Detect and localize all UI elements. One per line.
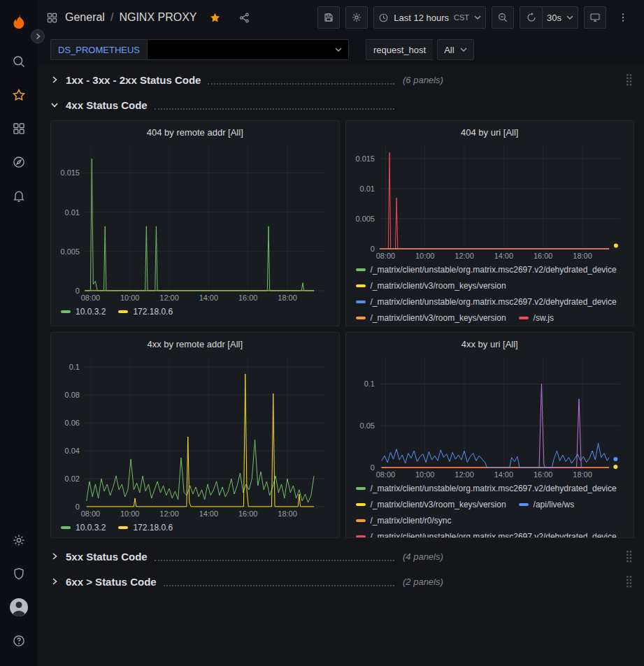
svg-text:18:00: 18:00 [278,294,296,302]
legend-item[interactable]: /_matrix/client/v3/room_keys/version [356,281,506,291]
legend-item[interactable]: /_matrix/client/r0/sync [356,516,452,526]
user-avatar[interactable] [0,591,38,624]
chevron-right-icon [50,75,66,84]
legend-item[interactable]: 172.18.0.6 [118,307,173,317]
row-dotted-leader [155,552,394,561]
legend-item[interactable]: /sw.js [519,313,554,323]
legend-swatch [356,487,366,490]
chevron-down-icon [474,15,481,20]
legend-label: /sw.js [534,313,554,323]
legend-label: /_matrix/client/v3/room_keys/version [371,500,506,509]
svg-text:0.01: 0.01 [359,184,374,193]
panel-title[interactable]: 404 by uri [All] [352,123,629,141]
time-range-picker[interactable]: Last 12 hours CST [373,6,486,29]
svg-text:18:00: 18:00 [573,252,592,260]
legend-row: 10.0.3.2172.18.0.6 [57,519,334,535]
panel-title[interactable]: 4xx by uri [All] [352,335,629,353]
legend-swatch [356,268,366,271]
refresh-interval-value: 30s [547,13,561,23]
svg-text:08:00: 08:00 [81,509,100,518]
svg-text:08:00: 08:00 [375,252,394,260]
server-admin-shield-icon[interactable] [0,557,38,591]
request-host-variable: request_host All [366,39,474,60]
breadcrumb-title[interactable]: NGINX PROXY [119,11,196,24]
legend-item[interactable]: 10.0.3.2 [61,307,106,317]
svg-text:10:00: 10:00 [415,252,434,260]
legend-item[interactable]: 172.18.0.6 [118,523,173,533]
legend-label: 10.0.3.2 [76,523,106,533]
svg-text:10:00: 10:00 [120,294,139,302]
legend-item[interactable]: /api/live/ws [519,500,575,509]
svg-text:0.1: 0.1 [69,363,80,371]
chevron-down-icon [566,15,573,20]
help-icon[interactable] [0,624,38,658]
grafana-app: General / NGINX PROXY [0,0,644,666]
alerting-bell-icon[interactable] [0,179,38,212]
legend-item[interactable]: /_matrix/client/unstable/org.matrix.msc2… [356,484,617,493]
favorite-star-icon[interactable] [204,6,227,29]
legend-row: 10.0.3.2172.18.0.6 [57,303,334,319]
row-dotted-leader [164,577,394,586]
row-6xx-status-code[interactable]: 6xx > Status Code (2 panels) [50,572,634,591]
legend-item[interactable]: /_matrix/client/unstable/org.matrix.msc2… [356,265,617,275]
time-range-label: Last 12 hours [394,13,449,23]
legend-label: /_matrix/client/v3/room_keys/version [371,313,506,323]
refresh-button[interactable] [520,6,542,29]
datasource-select[interactable] [147,39,349,60]
dashboard-settings-button[interactable] [345,6,368,29]
legend-label: 10.0.3.2 [76,307,106,317]
starred-nav-icon[interactable] [0,78,38,112]
svg-text:10:00: 10:00 [120,509,139,518]
legend-label: /_matrix/client/r0/sync [371,516,452,526]
configuration-gear-icon[interactable] [0,523,38,557]
legend-swatch [519,503,529,506]
panel-title[interactable]: 4xx by remote addr [All] [57,335,334,353]
svg-text:16:00: 16:00 [238,509,257,518]
legend-label: /_matrix/client/unstable/org.matrix.msc2… [371,265,617,275]
row-drag-handle[interactable] [626,73,633,86]
legend-item[interactable]: /_matrix/client/v3/room_keys/version [356,500,506,509]
svg-text:18:00: 18:00 [278,509,296,518]
kebab-menu-icon[interactable] [612,6,634,29]
request-host-select[interactable]: All [437,39,473,60]
panel-title[interactable]: 404 by remote addr [All] [57,123,334,141]
grafana-flame-icon [10,13,28,31]
share-icon[interactable] [234,6,256,29]
refresh-interval-dropdown[interactable]: 30s [542,6,578,29]
legend-swatch [118,310,128,313]
row-4xx-status-code[interactable]: 4xx Status Code [50,95,634,115]
breadcrumb-section[interactable]: General [65,11,105,24]
datasource-variable-label[interactable]: DS_PROMETHEUS [50,39,147,60]
svg-text:12:00: 12:00 [159,509,178,518]
zoom-out-icon [497,12,508,23]
tv-mode-button[interactable] [584,6,606,29]
legend-item[interactable]: /_matrix/client/unstable/org.matrix.msc2… [356,297,617,307]
svg-text:0.1: 0.1 [364,379,374,388]
row-panel-count: (2 panels) [403,577,443,587]
svg-text:08:00: 08:00 [375,470,394,479]
row-drag-handle[interactable] [626,550,633,563]
dashboards-nav-icon[interactable] [0,112,38,145]
sidebar-expand-button[interactable] [31,29,45,43]
panel-legend: 10.0.3.2172.18.0.6 [57,303,334,319]
svg-text:0: 0 [370,245,374,253]
search-icon[interactable] [0,45,38,78]
panel-404-by-uri: 404 by uri [All] 00.0050.010.01508:0010:… [345,120,635,326]
row-title: 6xx > Status Code [66,576,157,588]
legend-row: /_matrix/client/unstable/org.matrix.msc2… [352,480,629,496]
svg-text:12:00: 12:00 [455,252,473,260]
row-drag-handle[interactable] [626,575,633,588]
svg-text:14:00: 14:00 [199,294,218,302]
zoom-out-button[interactable] [492,6,514,29]
legend-item[interactable]: /_matrix/client/unstable/org.matrix.msc2… [356,532,617,539]
svg-text:0.01: 0.01 [65,208,80,217]
legend-item[interactable]: /_matrix/client/v3/room_keys/version [356,313,506,323]
row-5xx-status-code[interactable]: 5xx Status Code (4 panels) [50,546,634,566]
row-1xx-3xx-2xx-status-code[interactable]: 1xx - 3xx - 2xx Status Code (6 panels) [50,70,634,89]
timeseries-chart: 00.050.108:0010:0012:0014:0016:0018:00 [352,353,629,480]
svg-text:16:00: 16:00 [238,294,257,302]
save-dashboard-button[interactable] [317,6,340,29]
explore-compass-icon[interactable] [0,145,38,179]
legend-item[interactable]: 10.0.3.2 [61,523,106,533]
legend-row: /_matrix/client/r0/sync [352,512,629,528]
